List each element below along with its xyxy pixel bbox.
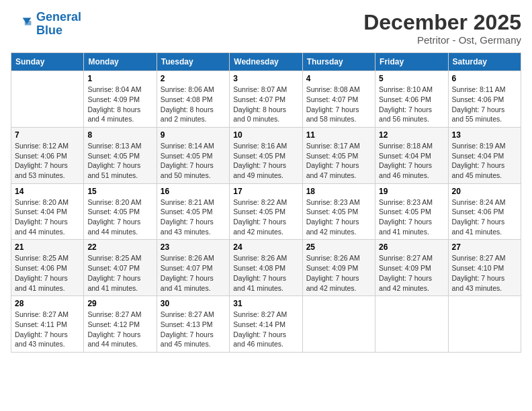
calendar-cell: 8Sunrise: 8:13 AMSunset: 4:05 PMDaylight… (84, 127, 157, 183)
day-number: 17 (233, 187, 298, 196)
day-number: 27 (452, 242, 517, 252)
day-number: 28 (15, 299, 80, 308)
day-info: Sunrise: 8:18 AMSunset: 4:04 PMDaylight:… (379, 141, 444, 181)
day-info: Sunrise: 8:25 AMSunset: 4:06 PMDaylight:… (15, 253, 80, 293)
day-number: 13 (452, 130, 517, 140)
calendar-cell: 26Sunrise: 8:27 AMSunset: 4:09 PMDayligh… (375, 240, 448, 296)
day-info: Sunrise: 8:16 AMSunset: 4:05 PMDaylight:… (233, 141, 298, 181)
day-number: 25 (306, 242, 371, 252)
calendar-week-1: 1Sunrise: 8:04 AMSunset: 4:09 PMDaylight… (11, 71, 521, 128)
calendar-cell: 23Sunrise: 8:26 AMSunset: 4:07 PMDayligh… (157, 240, 229, 296)
day-info: Sunrise: 8:10 AMSunset: 4:06 PMDaylight:… (379, 85, 444, 124)
calendar-cell: 29Sunrise: 8:27 AMSunset: 4:12 PMDayligh… (84, 296, 157, 353)
calendar-week-2: 7Sunrise: 8:12 AMSunset: 4:06 PMDaylight… (11, 127, 521, 183)
day-number: 30 (161, 299, 226, 308)
logo: General Blue (11, 11, 81, 38)
calendar-cell: 11Sunrise: 8:17 AMSunset: 4:05 PMDayligh… (302, 127, 375, 183)
day-number: 6 (452, 74, 517, 83)
day-info: Sunrise: 8:12 AMSunset: 4:06 PMDaylight:… (15, 141, 80, 181)
day-info: Sunrise: 8:20 AMSunset: 4:04 PMDaylight:… (15, 197, 80, 237)
logo-text: General Blue (36, 11, 81, 38)
calendar-cell: 4Sunrise: 8:08 AMSunset: 4:07 PMDaylight… (302, 71, 375, 128)
calendar-cell: 27Sunrise: 8:27 AMSunset: 4:10 PMDayligh… (448, 240, 521, 296)
day-number: 15 (87, 187, 152, 196)
day-number: 5 (379, 74, 444, 83)
logo-icon (11, 13, 32, 35)
calendar-header-row: SundayMondayTuesdayWednesdayThursdayFrid… (11, 53, 521, 71)
column-header-thursday: Thursday (302, 53, 375, 71)
calendar-cell: 25Sunrise: 8:26 AMSunset: 4:09 PMDayligh… (302, 240, 375, 296)
column-header-wednesday: Wednesday (230, 53, 302, 71)
day-number: 18 (306, 187, 371, 196)
day-info: Sunrise: 8:27 AMSunset: 4:11 PMDaylight:… (15, 310, 80, 349)
day-info: Sunrise: 8:17 AMSunset: 4:05 PMDaylight:… (306, 141, 371, 181)
calendar: SundayMondayTuesdayWednesdayThursdayFrid… (11, 52, 521, 353)
day-info: Sunrise: 8:25 AMSunset: 4:07 PMDaylight:… (87, 253, 152, 293)
day-number: 26 (379, 242, 444, 252)
day-number: 8 (87, 130, 152, 140)
column-header-tuesday: Tuesday (157, 53, 229, 71)
day-info: Sunrise: 8:06 AMSunset: 4:08 PMDaylight:… (161, 85, 226, 124)
day-number: 1 (87, 74, 152, 83)
calendar-cell: 22Sunrise: 8:25 AMSunset: 4:07 PMDayligh… (84, 240, 157, 296)
calendar-cell: 19Sunrise: 8:23 AMSunset: 4:05 PMDayligh… (375, 183, 448, 240)
calendar-cell (448, 296, 521, 353)
day-info: Sunrise: 8:27 AMSunset: 4:12 PMDaylight:… (87, 310, 152, 349)
day-info: Sunrise: 8:27 AMSunset: 4:13 PMDaylight:… (161, 310, 226, 349)
calendar-cell: 6Sunrise: 8:11 AMSunset: 4:06 PMDaylight… (448, 71, 521, 128)
day-info: Sunrise: 8:27 AMSunset: 4:10 PMDaylight:… (452, 253, 517, 293)
day-info: Sunrise: 8:07 AMSunset: 4:07 PMDaylight:… (233, 85, 298, 124)
calendar-cell: 13Sunrise: 8:19 AMSunset: 4:04 PMDayligh… (448, 127, 521, 183)
day-number: 7 (15, 130, 80, 140)
day-info: Sunrise: 8:26 AMSunset: 4:09 PMDaylight:… (306, 253, 371, 293)
calendar-cell: 5Sunrise: 8:10 AMSunset: 4:06 PMDaylight… (375, 71, 448, 128)
calendar-cell: 12Sunrise: 8:18 AMSunset: 4:04 PMDayligh… (375, 127, 448, 183)
day-number: 2 (161, 74, 226, 83)
calendar-cell: 9Sunrise: 8:14 AMSunset: 4:05 PMDaylight… (157, 127, 229, 183)
day-number: 16 (161, 187, 226, 196)
day-info: Sunrise: 8:14 AMSunset: 4:05 PMDaylight:… (161, 141, 226, 181)
day-info: Sunrise: 8:08 AMSunset: 4:07 PMDaylight:… (306, 85, 371, 124)
day-number: 22 (87, 242, 152, 252)
month-title: December 2025 (363, 11, 521, 34)
calendar-cell: 16Sunrise: 8:21 AMSunset: 4:05 PMDayligh… (157, 183, 229, 240)
day-info: Sunrise: 8:22 AMSunset: 4:05 PMDaylight:… (233, 197, 298, 237)
calendar-cell: 10Sunrise: 8:16 AMSunset: 4:05 PMDayligh… (230, 127, 302, 183)
column-header-monday: Monday (84, 53, 157, 71)
column-header-friday: Friday (375, 53, 448, 71)
day-info: Sunrise: 8:26 AMSunset: 4:07 PMDaylight:… (161, 253, 226, 293)
calendar-week-5: 28Sunrise: 8:27 AMSunset: 4:11 PMDayligh… (11, 296, 521, 353)
day-number: 14 (15, 187, 80, 196)
day-number: 31 (233, 299, 298, 308)
calendar-cell (11, 71, 84, 128)
day-info: Sunrise: 8:19 AMSunset: 4:04 PMDaylight:… (452, 141, 517, 181)
calendar-cell: 3Sunrise: 8:07 AMSunset: 4:07 PMDaylight… (230, 71, 302, 128)
calendar-cell: 30Sunrise: 8:27 AMSunset: 4:13 PMDayligh… (157, 296, 229, 353)
day-info: Sunrise: 8:23 AMSunset: 4:05 PMDaylight:… (306, 197, 371, 237)
day-info: Sunrise: 8:20 AMSunset: 4:05 PMDaylight:… (87, 197, 152, 237)
calendar-cell: 17Sunrise: 8:22 AMSunset: 4:05 PMDayligh… (230, 183, 302, 240)
calendar-cell (375, 296, 448, 353)
day-info: Sunrise: 8:23 AMSunset: 4:05 PMDaylight:… (379, 197, 444, 237)
calendar-cell: 15Sunrise: 8:20 AMSunset: 4:05 PMDayligh… (84, 183, 157, 240)
calendar-cell (302, 296, 375, 353)
day-number: 20 (452, 187, 517, 196)
calendar-cell: 21Sunrise: 8:25 AMSunset: 4:06 PMDayligh… (11, 240, 84, 296)
calendar-cell: 31Sunrise: 8:27 AMSunset: 4:14 PMDayligh… (230, 296, 302, 353)
title-area: December 2025 Petritor - Ost, Germany (363, 11, 521, 46)
calendar-cell: 24Sunrise: 8:26 AMSunset: 4:08 PMDayligh… (230, 240, 302, 296)
svg-marker-1 (25, 21, 32, 25)
day-number: 12 (379, 130, 444, 140)
calendar-cell: 1Sunrise: 8:04 AMSunset: 4:09 PMDaylight… (84, 71, 157, 128)
header: General Blue December 2025 Petritor - Os… (11, 11, 521, 46)
day-info: Sunrise: 8:27 AMSunset: 4:14 PMDaylight:… (233, 310, 298, 349)
day-number: 21 (15, 242, 80, 252)
calendar-cell: 7Sunrise: 8:12 AMSunset: 4:06 PMDaylight… (11, 127, 84, 183)
subtitle: Petritor - Ost, Germany (363, 34, 521, 46)
day-number: 3 (233, 74, 298, 83)
day-number: 19 (379, 187, 444, 196)
calendar-cell: 18Sunrise: 8:23 AMSunset: 4:05 PMDayligh… (302, 183, 375, 240)
day-info: Sunrise: 8:24 AMSunset: 4:06 PMDaylight:… (452, 197, 517, 237)
day-number: 24 (233, 242, 298, 252)
calendar-cell: 28Sunrise: 8:27 AMSunset: 4:11 PMDayligh… (11, 296, 84, 353)
